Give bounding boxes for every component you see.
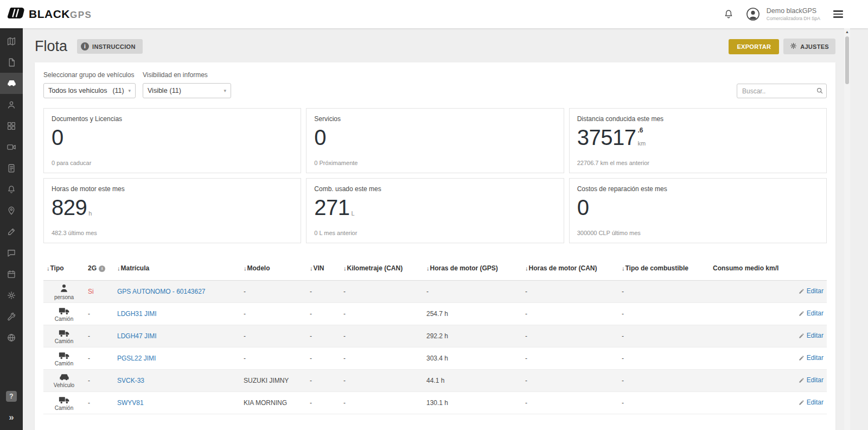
- col-kilometraje-can[interactable]: ↓Kilometraje (CAN): [340, 256, 423, 281]
- blackgps-logo-icon: [8, 7, 25, 21]
- vertical-scrollbar[interactable]: ▲: [844, 28, 850, 430]
- matricula-link[interactable]: LDGH47 JIMI: [117, 332, 157, 340]
- col-matricula[interactable]: ↓Matrícula: [114, 256, 240, 281]
- info-icon[interactable]: i: [99, 265, 105, 272]
- camera-icon: [7, 142, 16, 152]
- user-name: Demo blackGPS: [767, 7, 820, 15]
- edit-button[interactable]: Editar: [799, 354, 824, 362]
- visibility-value: Visible: [148, 87, 168, 94]
- cell-kilometraje-can: -: [340, 370, 423, 392]
- sidebar-help-button[interactable]: ?: [0, 385, 23, 407]
- cell-editar: Editar: [780, 370, 827, 392]
- cell-modelo: -: [240, 325, 307, 347]
- sidebar-item-documents[interactable]: [0, 52, 23, 73]
- cell-modelo: KIA MORNING: [240, 392, 307, 414]
- search-input[interactable]: [737, 84, 827, 98]
- sidebar-item-tasks[interactable]: [0, 221, 23, 242]
- cell-modelo: -: [240, 303, 307, 325]
- vehicle-group-count: (11): [112, 87, 124, 94]
- sidebar-item-geozones[interactable]: [0, 327, 23, 348]
- menu-icon[interactable]: [832, 9, 844, 18]
- vehicle-type-label: Camión: [55, 317, 73, 322]
- cell-tipo: Vehículo: [43, 370, 85, 392]
- table-header-row: ↓Tipo 2Gi ↓Matrícula ↓Modelo ↓VIN ↓Kilom…: [43, 256, 827, 281]
- matricula-link[interactable]: LDGH31 JIMI: [117, 310, 157, 318]
- sidebar-item-chat[interactable]: [0, 242, 23, 263]
- fleet-icon: [7, 78, 17, 88]
- sidebar-item-map[interactable]: [0, 30, 23, 52]
- export-button[interactable]: EXPORTAR: [729, 39, 779, 54]
- cell-horas-gps: 303.4 h: [423, 347, 522, 370]
- matricula-link[interactable]: GPS AUTONOMO - 60143627: [117, 288, 206, 295]
- col-vin[interactable]: ↓VIN: [307, 256, 340, 281]
- col-horas-motor-gps[interactable]: ↓Horas de motor (GPS): [423, 256, 522, 281]
- sidebar-item-schedule[interactable]: [0, 263, 23, 284]
- cell-horas-can: -: [522, 281, 618, 303]
- edit-button[interactable]: Editar: [799, 399, 824, 406]
- routes-icon: [7, 206, 16, 216]
- pencil-icon: [799, 311, 805, 317]
- pencil-icon: [799, 355, 805, 361]
- sidebar-item-alerts[interactable]: [0, 179, 23, 200]
- notifications-bell-icon[interactable]: [723, 9, 734, 20]
- cell-2g: -: [85, 325, 114, 347]
- sidebar-item-reports[interactable]: [0, 157, 23, 179]
- topbar: BLACKGPS Demo blackGPS Comercializadora …: [0, 0, 868, 28]
- scrollbar-thumb[interactable]: [845, 36, 849, 84]
- stat-value: 271: [314, 197, 349, 218]
- stat-value: 0: [314, 127, 326, 148]
- sidebar-item-routes[interactable]: [0, 200, 23, 221]
- cell-kilometraje-can: -: [340, 347, 423, 370]
- brand-gps: GPS: [70, 10, 92, 20]
- stat-title: Comb. usado este mes: [314, 185, 556, 193]
- col-modelo[interactable]: ↓Modelo: [240, 256, 307, 281]
- vehicle-group-select[interactable]: Todos los vehiculos (11) ▾: [43, 83, 136, 98]
- vehicle-type-label: persona: [54, 295, 74, 300]
- edit-button[interactable]: Editar: [799, 309, 824, 317]
- sidebar-item-fleet[interactable]: [0, 73, 23, 94]
- stat-title: Horas de motor este mes: [52, 185, 293, 193]
- matricula-link[interactable]: SWYV81: [117, 399, 144, 407]
- sidebar-item-dashboard[interactable]: [0, 115, 23, 136]
- instruction-button[interactable]: i INSTRUCCION: [77, 39, 143, 54]
- sort-icon: ↓: [47, 265, 50, 271]
- stat-value: 0: [577, 197, 589, 218]
- col-horas-motor-can[interactable]: ↓Horas de motor (CAN): [522, 256, 618, 281]
- sidebar-item-tools[interactable]: [0, 306, 23, 327]
- chevron-down-icon: ▾: [224, 88, 226, 93]
- sidebar-item-drivers[interactable]: [0, 94, 23, 115]
- matricula-link[interactable]: SVCK-33: [117, 377, 144, 384]
- cell-matricula: GPS AUTONOMO - 60143627: [114, 281, 240, 303]
- edit-button[interactable]: Editar: [799, 376, 824, 384]
- sidebar-expand-button[interactable]: »: [0, 407, 23, 428]
- col-tipo[interactable]: ↓Tipo: [43, 256, 85, 281]
- edit-button[interactable]: Editar: [799, 332, 824, 339]
- sort-icon: ↓: [117, 265, 120, 271]
- col-tipo-combustible[interactable]: ↓Tipo de combustible: [618, 256, 710, 281]
- sidebar-item-camera[interactable]: [0, 136, 23, 157]
- vehicle-type-label: Camión: [55, 339, 73, 344]
- cell-vin: -: [307, 325, 340, 347]
- cell-vin: -: [307, 303, 340, 325]
- sidebar-item-settings[interactable]: [0, 284, 23, 306]
- edit-button[interactable]: Editar: [799, 287, 824, 295]
- user-info[interactable]: Demo blackGPS Comercializadora DH SpA: [767, 7, 820, 21]
- cell-matricula: SWYV81: [114, 392, 240, 414]
- settings-button[interactable]: AJUSTES: [783, 39, 835, 54]
- stats-grid: Documentos y Licencias 0 0 para caducar …: [43, 108, 827, 243]
- cell-tipo: Camión: [43, 347, 85, 370]
- main-content: Flota i INSTRUCCION EXPORTAR AJUSTES Sel…: [23, 28, 868, 430]
- tasks-icon: [7, 227, 16, 237]
- scroll-up-icon[interactable]: ▲: [844, 28, 850, 34]
- person-icon: [59, 283, 69, 294]
- visibility-select[interactable]: Visible (11) ▾: [143, 83, 231, 98]
- search-icon[interactable]: [816, 87, 824, 97]
- user-avatar-icon[interactable]: [746, 7, 760, 21]
- matricula-link[interactable]: PGSL22 JIMI: [117, 355, 156, 362]
- col-2g[interactable]: 2Gi: [85, 256, 114, 281]
- truck-icon: [59, 395, 70, 404]
- visibility-count: (11): [170, 87, 181, 94]
- brand-logo: BLACKGPS: [8, 7, 92, 21]
- cell-combustible: -: [618, 370, 710, 392]
- cell-vin: -: [307, 347, 340, 370]
